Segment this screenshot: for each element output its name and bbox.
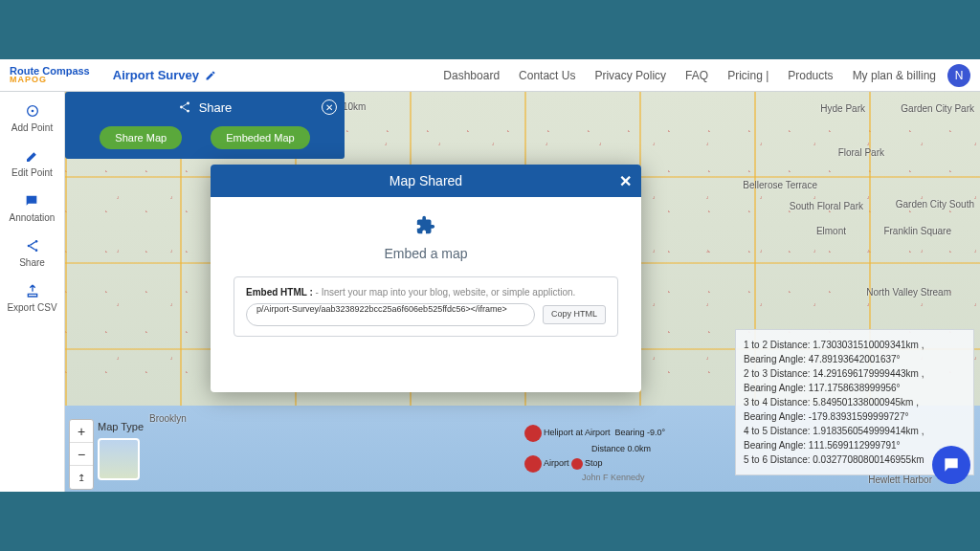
sidebar-item-label: Add Point [11, 122, 53, 133]
share-icon [178, 100, 191, 114]
nav-billing[interactable]: My plan & billing [853, 69, 936, 82]
map-markers: Heliport at Airport Bearing -9.0° Distan… [524, 425, 665, 482]
modal-subtitle: Embed a map [234, 246, 618, 261]
marker-label: Airport [544, 458, 569, 468]
distance-label: Distance 0.0km [591, 444, 651, 453]
info-line: Bearing Angle: 111.5699112999791° [744, 438, 966, 452]
share-panel-close[interactable]: ✕ [322, 99, 337, 115]
label-hyde: Hyde Park [820, 103, 865, 114]
sidebar-item-annotation[interactable]: Annotation [10, 193, 56, 223]
pencil-icon [25, 148, 40, 164]
info-line: Bearing Angle: 47.89193642001637° [744, 352, 966, 366]
jfk-label: John F Kennedy [582, 473, 665, 482]
copy-html-button[interactable]: Copy HTML [543, 305, 606, 324]
modal-title: Map Shared [390, 173, 462, 188]
map-type-selector[interactable] [98, 438, 140, 480]
comment-icon [24, 193, 39, 209]
target-icon [25, 103, 40, 119]
modal-header: Map Shared ✕ [211, 165, 641, 197]
sidebar-item-label: Share [19, 257, 45, 268]
nav-faq[interactable]: FAQ [685, 69, 708, 82]
map-type-label: Map Type [98, 421, 144, 432]
share-panel-title: Share [199, 100, 233, 115]
project-title[interactable]: Airport Survey [113, 68, 216, 82]
marker-label: Stop [585, 458, 603, 468]
svg-point-3 [27, 245, 30, 248]
label-bellerose: Bellerose Terrace [743, 180, 817, 190]
sidebar-item-label: Export CSV [7, 302, 56, 313]
embed-label-desc: - Insert your map into your blog, websit… [316, 287, 576, 298]
brand-line2: MAPOG [10, 76, 90, 84]
chat-launcher[interactable] [932, 446, 970, 484]
embed-code-input[interactable]: p/Airport-Survey/aab3238922bcc25a6f606eb… [246, 303, 535, 326]
label-southfloral: South Floral Park [790, 201, 863, 211]
svg-point-2 [34, 240, 37, 243]
nav-products[interactable]: Products [788, 69, 833, 82]
label-gardensouth: Garden City South [896, 199, 974, 209]
nav-pricing[interactable]: Pricing | [727, 69, 768, 82]
info-line: Bearing Angle: 117.1758638999956° [744, 381, 966, 395]
svg-point-6 [180, 106, 183, 109]
info-line: Bearing Angle: -179.83931599999727° [744, 409, 966, 424]
info-line: 2 to 3 Distance: 14.291696179999443km , [744, 366, 966, 381]
svg-point-1 [31, 110, 33, 113]
map-scale: 10km [343, 101, 366, 112]
project-title-label: Airport Survey [113, 68, 199, 82]
sidebar-item-edit-point[interactable]: Edit Point [11, 148, 53, 178]
info-line: 4 to 5 Distance: 1.9183560549999414km , [744, 424, 966, 438]
sidebar-item-label: Edit Point [11, 167, 53, 178]
marker-label: Heliport at Airport [544, 428, 611, 437]
label-brooklyn: Brooklyn [149, 413, 187, 424]
share-map-button[interactable]: Share Map [100, 126, 182, 149]
nav-privacy[interactable]: Privacy Policy [594, 69, 666, 82]
marker-icon [524, 455, 542, 473]
svg-point-7 [187, 110, 189, 113]
modal-close-button[interactable]: ✕ [619, 172, 632, 190]
label-elmont: Elmont [816, 226, 846, 236]
sidebar-item-add-point[interactable]: Add Point [11, 103, 53, 133]
app-window: Route Compass MAPOG Airport Survey Dashb… [0, 59, 980, 492]
zoom-in-button[interactable]: + [70, 420, 93, 443]
info-line: 1 to 2 Distance: 1.7303031510009341km , [744, 338, 966, 352]
embed-label-bold: Embed HTML : [246, 287, 313, 298]
label-franklin: Franklin Square [883, 226, 951, 236]
svg-point-5 [187, 101, 189, 104]
sidebar-item-export[interactable]: Export CSV [7, 283, 56, 313]
bearing-label: Bearing -9.0° [615, 428, 666, 437]
label-garden: Garden City Park [901, 103, 974, 114]
top-nav: Dashboard Contact Us Privacy Policy FAQ … [443, 69, 936, 82]
share-icon [25, 238, 40, 253]
nav-contact[interactable]: Contact Us [519, 69, 575, 82]
svg-point-4 [34, 249, 37, 252]
share-panel-header: Share ✕ [65, 92, 345, 122]
info-line: 3 to 4 Distance: 5.849501338000945km , [744, 395, 966, 409]
sidebar-item-share[interactable]: Share [19, 238, 45, 268]
embed-box: Embed HTML : - Insert your map into your… [234, 276, 618, 337]
marker-icon [571, 458, 583, 470]
map-shared-modal: Map Shared ✕ Embed a map Embed HTML : - … [211, 165, 641, 392]
pencil-icon [205, 70, 216, 81]
topbar: Route Compass MAPOG Airport Survey Dashb… [0, 59, 980, 92]
label-hewlett: Hewlett Harbor [868, 474, 932, 485]
nav-dashboard[interactable]: Dashboard [443, 69, 500, 82]
puzzle-icon [234, 214, 618, 240]
share-panel: Share ✕ Share Map Embeded Map [65, 92, 345, 159]
embed-map-button[interactable]: Embeded Map [211, 126, 310, 149]
sidebar: Add Point Edit Point Annotation Share Ex… [0, 92, 65, 492]
chat-icon [942, 455, 961, 474]
zoom-control: + − ↥ [69, 419, 94, 490]
embed-label: Embed HTML : - Insert your map into your… [246, 287, 606, 298]
marker-icon [524, 425, 542, 442]
label-floral: Floral Park [838, 147, 884, 158]
brand-logo[interactable]: Route Compass MAPOG [10, 66, 90, 84]
zoom-reset-button[interactable]: ↥ [70, 466, 93, 489]
avatar[interactable]: N [947, 64, 970, 87]
sidebar-item-label: Annotation [10, 212, 56, 223]
export-icon [25, 283, 40, 298]
zoom-out-button[interactable]: − [70, 443, 93, 466]
label-northvalley: North Valley Stream [866, 287, 951, 298]
